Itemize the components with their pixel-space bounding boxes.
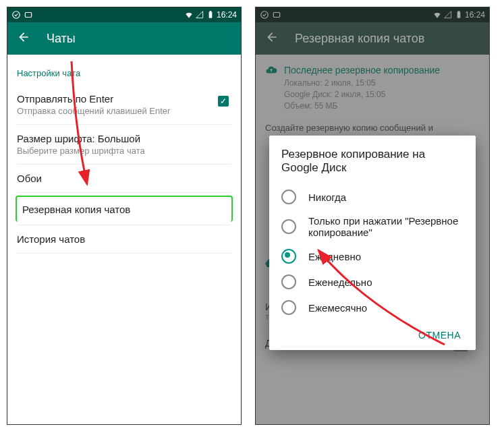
radio-option-monthly[interactable]: Ежемесячно <box>281 295 464 320</box>
settings-list: Настройки чата Отправлять по Enter Отпра… <box>7 55 241 254</box>
notification-icon <box>260 10 269 20</box>
dialog-title: Резервное копирование на Google Диск <box>281 148 464 175</box>
row-title: Размер шрифта: Большой <box>17 133 231 144</box>
svg-rect-2 <box>209 11 213 18</box>
signal-icon <box>195 10 204 20</box>
radio-label: Никогда <box>308 192 346 203</box>
radio-label: Ежедневно <box>308 251 361 262</box>
wifi-icon <box>184 10 194 20</box>
row-send-by-enter[interactable]: Отправлять по Enter Отправка сообщений к… <box>17 85 231 125</box>
row-title: Обои <box>17 173 231 184</box>
row-chat-history[interactable]: История чатов <box>17 225 231 254</box>
battery-icon <box>454 10 464 20</box>
radio-icon <box>281 274 296 289</box>
signal-icon <box>443 10 453 20</box>
page-title: Чаты <box>47 32 76 46</box>
last-backup-local: Локально: 2 июля, 15:05 <box>284 78 480 88</box>
radio-icon-selected <box>281 249 296 264</box>
radio-label: Еженедельно <box>308 277 372 288</box>
svg-rect-5 <box>273 13 279 18</box>
radio-option-never[interactable]: Никогда <box>281 184 464 210</box>
radio-icon <box>281 190 296 204</box>
notification-icon-2 <box>272 10 281 20</box>
backup-frequency-dialog: Резервное копирование на Google Диск Ник… <box>269 136 476 350</box>
svg-point-4 <box>261 11 269 19</box>
status-time: 16:24 <box>217 10 237 20</box>
row-sub: Отправка сообщений клавишей Enter <box>17 106 231 116</box>
app-bar: Чаты <box>7 22 241 55</box>
row-chat-backup[interactable]: Резервная копия чатов <box>16 196 233 222</box>
section-header: Настройки чата <box>17 63 231 85</box>
svg-point-0 <box>13 11 20 19</box>
page-title: Резервная копия чатов <box>295 32 424 46</box>
screenshot-right: 16:24 Резервная копия чатов Последнее ре… <box>255 7 490 425</box>
row-title: Резервная копия чатов <box>22 204 226 215</box>
row-font-size[interactable]: Размер шрифта: Большой Выберите размер ш… <box>17 125 231 165</box>
row-sub: Выберите размер шрифта чата <box>17 146 231 156</box>
status-bar: 16:24 <box>256 7 489 22</box>
backup-hint: Создайте резервную копию сообщений и <box>265 123 480 133</box>
radio-icon <box>281 219 296 234</box>
cloud-upload-icon <box>265 64 277 76</box>
svg-rect-7 <box>458 11 459 11</box>
radio-option-daily[interactable]: Ежедневно <box>281 243 464 269</box>
back-icon[interactable] <box>265 30 279 47</box>
svg-rect-1 <box>25 13 31 18</box>
cancel-button[interactable]: ОТМЕНА <box>416 326 464 345</box>
checkbox-checked-icon[interactable]: ✓ <box>218 96 229 107</box>
battery-icon <box>206 10 215 20</box>
radio-label: Ежемесячно <box>308 302 367 314</box>
last-backup-gdrive: Google Диск: 2 июля, 15:05 <box>284 90 480 99</box>
notification-icon <box>11 10 21 20</box>
svg-rect-6 <box>457 11 461 18</box>
radio-option-manual[interactable]: Только при нажатии "Резервное копировани… <box>281 210 464 243</box>
radio-option-weekly[interactable]: Еженедельно <box>281 269 464 295</box>
app-bar: Резервная копия чатов <box>256 22 489 55</box>
svg-rect-3 <box>210 11 211 11</box>
screenshot-left: 16:24 Чаты Настройки чата Отправлять по … <box>7 7 242 425</box>
row-wallpaper[interactable]: Обои <box>17 165 231 193</box>
status-bar: 16:24 <box>7 7 241 22</box>
radio-label: Только при нажатии "Резервное копировани… <box>308 215 464 238</box>
status-time: 16:24 <box>465 10 485 20</box>
back-icon[interactable] <box>17 30 30 47</box>
last-backup-header: Последнее резервное копирование <box>284 65 440 76</box>
row-title: История чатов <box>17 233 231 245</box>
row-title: Отправлять по Enter <box>17 93 231 105</box>
radio-icon <box>281 300 296 315</box>
wifi-icon <box>432 10 442 20</box>
last-backup-size: Объем: 55 МБ <box>284 101 480 111</box>
notification-icon-2 <box>24 10 33 20</box>
